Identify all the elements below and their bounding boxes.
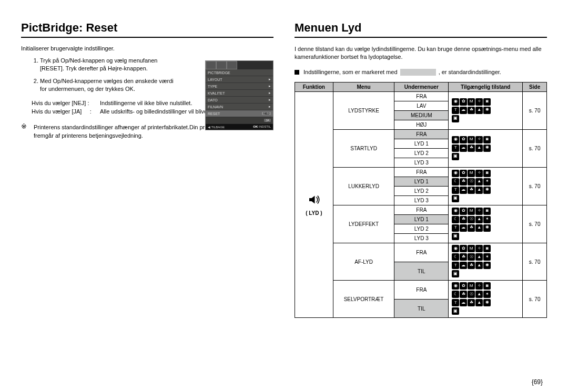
sound-icon [308,193,320,207]
step-1: Tryk på Op/Ned-knappen og vælg menufanen… [40,57,177,73]
page-number: {69} [532,378,543,386]
page-lydstyrke: s. 70 [523,92,547,130]
sub-lydeffekt-3: LYD 3 [394,234,449,243]
left-column: PictBridge: Reset Initialiserer brugerva… [21,21,273,381]
menu-lydeffekt: LYDEFFEKT [333,205,394,243]
sub-lydstyrke-0: FRA [394,92,449,101]
sub-lukkerlyd-0: FRA [394,168,449,177]
menu-startlyd: STARTLYD [333,130,394,168]
right-divider [295,37,547,38]
sub-startlyd-3: LYD 3 [394,158,449,168]
bullet-row: Indstillingerne, som er markeret med , e… [295,69,547,76]
sound-settings-table: Funktion Menu Undermenuer Tilgængelig ti… [295,82,547,318]
modes-lydeffekt: ◉✿M✧◙ ☾☘☉▲✶ T☁☘▲✺ ▣ [449,205,523,243]
left-divider [21,37,273,38]
bullet-square-icon [295,70,299,75]
page-lydeffekt: s. 70 [523,205,547,243]
right-column: Menuen Lyd I denne tilstand kan du vælge… [295,21,547,381]
right-title: Menuen Lyd [295,21,547,35]
th-undermenuer: Undermenuer [394,82,449,92]
sub-aflyd-1: TIL [394,262,449,281]
menu-lukkerlyd: LUKKERLYD [333,168,394,205]
page-lukkerlyd: s. 70 [523,168,547,205]
menu-aflyd: AF-LYD [333,243,394,281]
sub-startlyd-1: LYD 1 [394,139,449,149]
sub-lydstyrke-1: LAV [394,101,449,111]
sub-selvportraet-1: TIL [394,299,449,318]
right-intro: I denne tilstand kan du vælge lydindstil… [295,45,547,61]
sub-lydstyrke-2: MEDIUM [394,111,449,120]
cell-funktion: ( LYD ) [295,92,333,318]
menu-selvportraet: SELVPORTRÆT [333,281,394,318]
th-menu: Menu [333,82,394,92]
sub-lydeffekt-1: LYD 1 [394,215,449,224]
modes-selvportraet: ◉✿M✧◙ ☾☘☉▲✶ T☁☘▲✺ ▣ [449,281,523,318]
sub-lydeffekt-2: LYD 2 [394,224,449,234]
step-2: Med Op/Ned-knapperne vælges den ønskede … [40,77,177,94]
nej-label: Hvis du vælger [NEJ] : [32,100,100,106]
sub-lukkerlyd-3: LYD 3 [394,196,449,205]
sub-lukkerlyd-2: LYD 2 [394,187,449,196]
bullet-text: Indstillingerne, som er markeret med , e… [303,69,501,76]
left-title: PictBridge: Reset [21,21,273,35]
sub-lydstyrke-3: HØJ [394,120,449,130]
page-selvportraet: s. 70 [523,281,547,318]
th-tilstand: Tilgængelig tilstand [449,82,523,92]
note-glyph: ※ [21,123,34,140]
pictbridge-screenshot: PICTBRIDGE LAYOUT▸ TYPE▸ KVALITET▸ DATO▸… [205,60,273,130]
page-aflyd: s. 70 [523,243,547,281]
sub-aflyd-0: FRA [394,243,449,262]
th-funktion: Funktion [295,82,333,92]
modes-startlyd: ◉✿M✧◙ T☁☘▲✺ ▣ [449,130,523,168]
th-side: Side [523,82,547,92]
funktion-label: ( LYD ) [306,210,322,216]
modes-lydstyrke: ◉✿M✧◙ T☁☘▲✺ ▣ [449,92,523,130]
sub-startlyd-2: LYD 2 [394,149,449,158]
sub-selvportraet-0: FRA [394,281,449,300]
modes-lukkerlyd: ◉✿M✧◙ ☾☘☉▲✶ T☁☘▲✺ ▣ [449,168,523,205]
page-startlyd: s. 70 [523,130,547,168]
sub-startlyd-0: FRA [394,130,449,139]
left-intro: Initialiserer brugervalgte indstillinger… [21,45,273,51]
default-highlight-sample [400,69,436,76]
ja-label: Hvis du vælger [JA] : [32,108,100,115]
sub-lydeffekt-0: FRA [394,205,449,215]
modes-aflyd: ◉✿M✧◙ ☾☘☉▲✶ T☁☘▲✺ ▣ [449,243,523,281]
menu-lydstyrke: LYDSTYRKE [333,92,394,130]
sub-lukkerlyd-1: LYD 1 [394,177,449,187]
